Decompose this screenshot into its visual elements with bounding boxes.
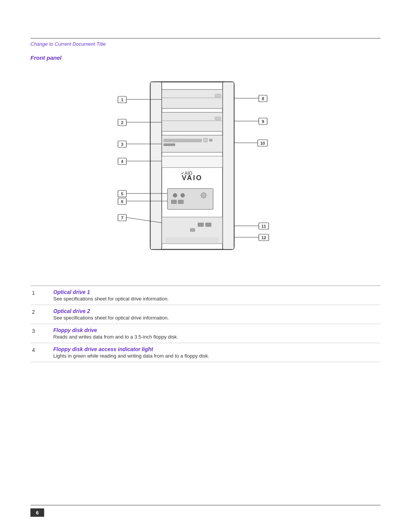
svg-rect-13 [164, 144, 175, 146]
svg-text:1: 1 [121, 97, 123, 102]
part-desc-1: See specifications sheet for optical dri… [53, 296, 381, 302]
svg-text:9: 9 [262, 119, 264, 124]
part-name-3: Floppy disk drive [53, 327, 381, 333]
svg-text:✓AIO: ✓AIO [181, 171, 193, 176]
part-desc-3: Reads and writes data from and to a 3.5-… [53, 334, 381, 340]
section-title: Front panel [30, 54, 381, 61]
part-desc-4: Lights in green while reading and writin… [53, 353, 381, 359]
part-desc-2: See specifications sheet for optical dri… [53, 315, 381, 321]
svg-rect-6 [162, 112, 223, 131]
table-row: 1 Optical drive 1 See specifications she… [30, 286, 381, 305]
svg-point-18 [173, 193, 177, 197]
part-number-1: 1 [30, 289, 53, 296]
table-row: 4 Floppy disk drive access indicator lig… [30, 343, 381, 362]
svg-rect-20 [171, 200, 177, 204]
svg-text:2: 2 [121, 120, 123, 125]
page-number-box: 6 [30, 508, 44, 517]
svg-rect-2 [223, 82, 234, 249]
table-row: 2 Optical drive 2 See specifications she… [30, 305, 381, 324]
bottom-rule [30, 505, 381, 505]
svg-rect-24 [198, 223, 204, 227]
svg-text:6: 6 [121, 199, 123, 204]
part-content-3: Floppy disk drive Reads and writes data … [53, 327, 381, 340]
svg-text:5: 5 [121, 192, 123, 196]
svg-rect-17 [167, 189, 213, 209]
top-rule [30, 38, 381, 38]
svg-rect-10 [164, 139, 202, 142]
svg-rect-25 [206, 223, 211, 227]
part-name-1: Optical drive 1 [53, 289, 381, 295]
svg-rect-26 [190, 228, 195, 232]
svg-rect-3 [162, 89, 223, 109]
svg-rect-14 [162, 156, 223, 168]
part-content-2: Optical drive 2 See specifications sheet… [53, 308, 381, 321]
part-name-2: Optical drive 2 [53, 308, 381, 314]
svg-text:8: 8 [262, 96, 264, 101]
svg-rect-1 [150, 82, 162, 249]
diagram-area: VAIO ✓AIO [30, 70, 381, 276]
svg-text:10: 10 [260, 141, 265, 145]
header-section: Change to Current Document Title Front p… [30, 41, 381, 70]
part-content-4: Floppy disk drive access indicator light… [53, 346, 381, 359]
svg-text:4: 4 [121, 159, 124, 164]
part-number-3: 3 [30, 327, 53, 334]
svg-rect-21 [178, 200, 183, 204]
page-container: Change to Current Document Title Front p… [0, 0, 411, 532]
table-row: 3 Floppy disk drive Reads and writes dat… [30, 324, 381, 343]
svg-rect-8 [215, 117, 221, 120]
doc-title: Change to Current Document Title [30, 41, 381, 47]
part-content-1: Optical drive 1 See specifications sheet… [53, 289, 381, 302]
part-name-4: Floppy disk drive access indicator light [53, 346, 381, 352]
part-number-2: 2 [30, 308, 53, 315]
svg-text:12: 12 [261, 235, 266, 240]
parts-table: 1 Optical drive 1 See specifications she… [30, 286, 381, 362]
svg-text:11: 11 [261, 224, 266, 228]
svg-point-19 [181, 193, 185, 197]
svg-point-22 [201, 193, 206, 198]
svg-rect-12 [209, 139, 212, 141]
svg-text:3: 3 [121, 142, 123, 147]
svg-text:7: 7 [121, 216, 123, 220]
svg-rect-5 [215, 94, 221, 97]
computer-diagram: VAIO ✓AIO [91, 74, 320, 272]
part-number-4: 4 [30, 346, 53, 353]
svg-rect-11 [204, 138, 207, 142]
